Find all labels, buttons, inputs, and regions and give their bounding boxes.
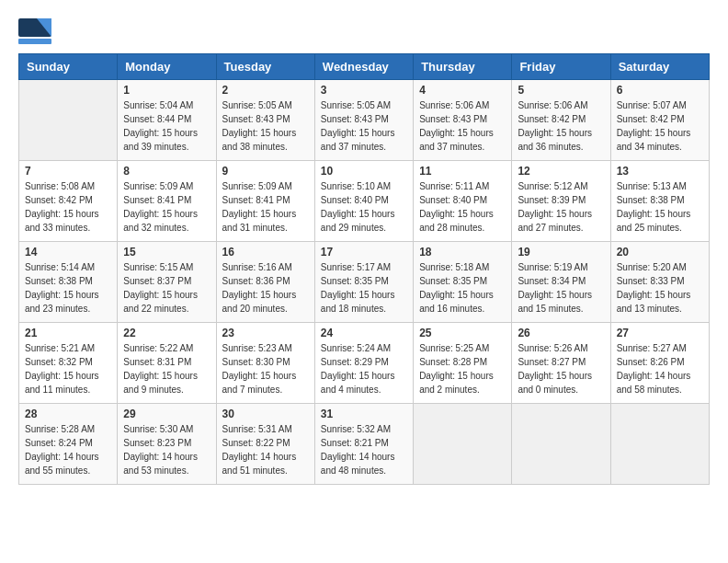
day-number: 8 [123, 165, 210, 178]
calendar-cell: 2Sunrise: 5:05 AMSunset: 8:43 PMDaylight… [216, 80, 314, 161]
day-number: 22 [123, 327, 210, 339]
calendar-table: SundayMondayTuesdayWednesdayThursdayFrid… [18, 53, 710, 485]
cell-info: Sunrise: 5:22 AMSunset: 8:31 PMDaylight:… [123, 341, 210, 396]
day-number: 12 [518, 165, 604, 178]
day-number: 28 [25, 408, 111, 420]
cell-info: Sunrise: 5:25 AMSunset: 8:28 PMDaylight:… [419, 341, 506, 396]
cell-info: Sunrise: 5:06 AMSunset: 8:42 PMDaylight:… [518, 98, 604, 154]
day-number: 19 [518, 246, 604, 259]
calendar-cell: 1Sunrise: 5:04 AMSunset: 8:44 PMDaylight… [118, 80, 216, 161]
day-number: 29 [123, 408, 210, 420]
day-number: 17 [321, 246, 407, 259]
page-header [18, 18, 710, 44]
day-number: 4 [419, 84, 506, 97]
cell-info: Sunrise: 5:06 AMSunset: 8:43 PMDaylight:… [419, 98, 506, 154]
calendar-week-2: 7Sunrise: 5:08 AMSunset: 8:42 PMDaylight… [19, 161, 710, 242]
cell-info: Sunrise: 5:11 AMSunset: 8:40 PMDaylight:… [419, 179, 506, 235]
calendar-week-4: 21Sunrise: 5:21 AMSunset: 8:32 PMDayligh… [19, 323, 710, 404]
day-number: 3 [321, 84, 407, 97]
cell-info: Sunrise: 5:04 AMSunset: 8:44 PMDaylight:… [123, 98, 210, 154]
calendar-cell: 17Sunrise: 5:17 AMSunset: 8:35 PMDayligh… [314, 242, 413, 323]
calendar-cell [610, 404, 709, 485]
cell-info: Sunrise: 5:19 AMSunset: 8:34 PMDaylight:… [518, 260, 604, 316]
calendar-cell: 10Sunrise: 5:10 AMSunset: 8:40 PMDayligh… [314, 161, 413, 242]
day-number: 20 [617, 246, 703, 259]
calendar-cell: 21Sunrise: 5:21 AMSunset: 8:32 PMDayligh… [19, 323, 118, 404]
day-number: 11 [419, 165, 506, 178]
calendar-body: 1Sunrise: 5:04 AMSunset: 8:44 PMDaylight… [19, 80, 710, 485]
svg-rect-2 [18, 39, 51, 44]
day-number: 9 [222, 165, 309, 178]
day-number: 21 [25, 327, 111, 339]
calendar-cell: 12Sunrise: 5:12 AMSunset: 8:39 PMDayligh… [512, 161, 610, 242]
cell-info: Sunrise: 5:23 AMSunset: 8:30 PMDaylight:… [222, 341, 309, 396]
calendar-header: SundayMondayTuesdayWednesdayThursdayFrid… [19, 54, 710, 80]
weekday-header-sunday: Sunday [19, 54, 118, 80]
cell-info: Sunrise: 5:24 AMSunset: 8:29 PMDaylight:… [321, 341, 407, 396]
cell-info: Sunrise: 5:05 AMSunset: 8:43 PMDaylight:… [321, 98, 407, 154]
calendar-cell: 24Sunrise: 5:24 AMSunset: 8:29 PMDayligh… [314, 323, 413, 404]
day-number: 2 [222, 84, 309, 97]
weekday-header-friday: Friday [512, 54, 610, 80]
day-number: 24 [321, 327, 407, 339]
weekday-header-row: SundayMondayTuesdayWednesdayThursdayFrid… [19, 54, 710, 80]
weekday-header-wednesday: Wednesday [314, 54, 413, 80]
day-number: 26 [518, 327, 604, 339]
cell-info: Sunrise: 5:32 AMSunset: 8:21 PMDaylight:… [321, 422, 407, 477]
logo-icon [18, 18, 51, 44]
calendar-cell: 5Sunrise: 5:06 AMSunset: 8:42 PMDaylight… [512, 80, 610, 161]
cell-info: Sunrise: 5:27 AMSunset: 8:26 PMDaylight:… [617, 341, 703, 396]
calendar-cell [19, 80, 118, 161]
weekday-header-monday: Monday [118, 54, 216, 80]
day-number: 23 [222, 327, 309, 339]
cell-info: Sunrise: 5:17 AMSunset: 8:35 PMDaylight:… [321, 260, 407, 316]
day-number: 7 [25, 165, 111, 178]
day-number: 16 [222, 246, 309, 259]
calendar-cell: 13Sunrise: 5:13 AMSunset: 8:38 PMDayligh… [610, 161, 709, 242]
day-number: 5 [518, 84, 604, 97]
calendar-cell [414, 404, 512, 485]
calendar-cell: 23Sunrise: 5:23 AMSunset: 8:30 PMDayligh… [216, 323, 314, 404]
cell-info: Sunrise: 5:08 AMSunset: 8:42 PMDaylight:… [25, 179, 111, 235]
day-number: 25 [419, 327, 506, 339]
cell-info: Sunrise: 5:07 AMSunset: 8:42 PMDaylight:… [617, 98, 703, 154]
cell-info: Sunrise: 5:09 AMSunset: 8:41 PMDaylight:… [123, 179, 210, 235]
day-number: 6 [617, 84, 703, 97]
calendar-cell: 27Sunrise: 5:27 AMSunset: 8:26 PMDayligh… [610, 323, 709, 404]
cell-info: Sunrise: 5:09 AMSunset: 8:41 PMDaylight:… [222, 179, 309, 235]
day-number: 31 [321, 408, 407, 420]
cell-info: Sunrise: 5:20 AMSunset: 8:33 PMDaylight:… [617, 260, 703, 316]
calendar-cell: 31Sunrise: 5:32 AMSunset: 8:21 PMDayligh… [314, 404, 413, 485]
calendar-cell: 30Sunrise: 5:31 AMSunset: 8:22 PMDayligh… [216, 404, 314, 485]
day-number: 30 [222, 408, 309, 420]
calendar-cell: 20Sunrise: 5:20 AMSunset: 8:33 PMDayligh… [610, 242, 709, 323]
calendar-cell: 26Sunrise: 5:26 AMSunset: 8:27 PMDayligh… [512, 323, 610, 404]
cell-info: Sunrise: 5:16 AMSunset: 8:36 PMDaylight:… [222, 260, 309, 316]
weekday-header-thursday: Thursday [414, 54, 512, 80]
weekday-header-saturday: Saturday [610, 54, 709, 80]
day-number: 14 [25, 246, 111, 259]
calendar-week-1: 1Sunrise: 5:04 AMSunset: 8:44 PMDaylight… [19, 80, 710, 161]
cell-info: Sunrise: 5:13 AMSunset: 8:38 PMDaylight:… [617, 179, 703, 235]
cell-info: Sunrise: 5:31 AMSunset: 8:22 PMDaylight:… [222, 422, 309, 477]
calendar-cell: 8Sunrise: 5:09 AMSunset: 8:41 PMDaylight… [118, 161, 216, 242]
day-number: 18 [419, 246, 506, 259]
cell-info: Sunrise: 5:14 AMSunset: 8:38 PMDaylight:… [25, 260, 111, 316]
calendar-cell: 25Sunrise: 5:25 AMSunset: 8:28 PMDayligh… [414, 323, 512, 404]
weekday-header-tuesday: Tuesday [216, 54, 314, 80]
cell-info: Sunrise: 5:15 AMSunset: 8:37 PMDaylight:… [123, 260, 210, 316]
day-number: 15 [123, 246, 210, 259]
logo [18, 18, 55, 44]
calendar-cell: 11Sunrise: 5:11 AMSunset: 8:40 PMDayligh… [414, 161, 512, 242]
calendar-week-5: 28Sunrise: 5:28 AMSunset: 8:24 PMDayligh… [19, 404, 710, 485]
cell-info: Sunrise: 5:10 AMSunset: 8:40 PMDaylight:… [321, 179, 407, 235]
day-number: 27 [617, 327, 703, 339]
calendar-cell: 6Sunrise: 5:07 AMSunset: 8:42 PMDaylight… [610, 80, 709, 161]
day-number: 10 [321, 165, 407, 178]
calendar-cell: 29Sunrise: 5:30 AMSunset: 8:23 PMDayligh… [118, 404, 216, 485]
cell-info: Sunrise: 5:18 AMSunset: 8:35 PMDaylight:… [419, 260, 506, 316]
calendar-cell: 19Sunrise: 5:19 AMSunset: 8:34 PMDayligh… [512, 242, 610, 323]
cell-info: Sunrise: 5:12 AMSunset: 8:39 PMDaylight:… [518, 179, 604, 235]
cell-info: Sunrise: 5:05 AMSunset: 8:43 PMDaylight:… [222, 98, 309, 154]
calendar-cell: 28Sunrise: 5:28 AMSunset: 8:24 PMDayligh… [19, 404, 118, 485]
